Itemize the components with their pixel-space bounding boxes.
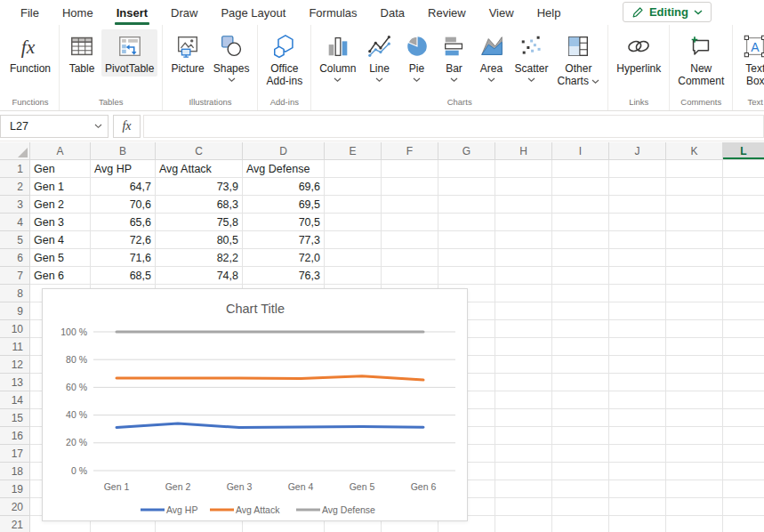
row-header-10[interactable]: 10 <box>0 320 30 338</box>
cell-K5[interactable] <box>666 231 723 249</box>
column-header-I[interactable]: I <box>552 142 609 160</box>
cell-A2[interactable]: Gen 1 <box>30 178 91 196</box>
menu-tab-file[interactable]: File <box>9 0 51 25</box>
row-header-14[interactable]: 14 <box>0 391 30 409</box>
row-header-1[interactable]: 1 <box>0 160 30 178</box>
column-header-B[interactable]: B <box>91 142 156 160</box>
cell-D4[interactable]: 70,5 <box>243 214 325 231</box>
cell-K10[interactable] <box>666 320 723 338</box>
row-header-8[interactable]: 8 <box>0 285 30 302</box>
cell-H6[interactable] <box>495 249 552 267</box>
row-header-5[interactable]: 5 <box>0 231 30 249</box>
row-header-12[interactable]: 12 <box>0 356 30 374</box>
row-header-7[interactable]: 7 <box>0 267 30 285</box>
cell-I11[interactable] <box>552 338 609 356</box>
cell-J2[interactable] <box>609 178 666 196</box>
cell-L4[interactable] <box>723 214 764 231</box>
cell-I18[interactable] <box>552 463 609 480</box>
cell-F3[interactable] <box>382 196 438 214</box>
cell-L11[interactable] <box>723 338 764 356</box>
embedded-chart[interactable]: Chart Title0 %20 %40 %60 %80 %100 %Gen 1… <box>42 288 468 521</box>
cell-H10[interactable] <box>495 320 552 338</box>
row-header-3[interactable]: 3 <box>0 196 30 214</box>
cell-I4[interactable] <box>552 214 609 231</box>
cell-L7[interactable] <box>723 267 764 285</box>
cell-J21[interactable] <box>609 516 666 532</box>
cell-F7[interactable] <box>382 267 438 285</box>
cell-K15[interactable] <box>666 409 723 427</box>
row-header-21[interactable]: 21 <box>0 516 30 532</box>
menu-tab-view[interactable]: View <box>478 0 526 25</box>
cell-H9[interactable] <box>495 302 552 320</box>
row-header-15[interactable]: 15 <box>0 409 30 427</box>
cell-I14[interactable] <box>552 391 609 409</box>
cell-L9[interactable] <box>723 302 764 320</box>
cell-L12[interactable] <box>723 356 764 374</box>
cell-G2[interactable] <box>438 178 495 196</box>
cell-K13[interactable] <box>666 374 723 391</box>
row-header-19[interactable]: 19 <box>0 480 30 498</box>
cell-G1[interactable] <box>438 160 495 178</box>
cell-G5[interactable] <box>438 231 495 249</box>
cell-G6[interactable] <box>438 249 495 267</box>
cell-E1[interactable] <box>325 160 382 178</box>
cell-J11[interactable] <box>609 338 666 356</box>
cell-E4[interactable] <box>325 214 382 231</box>
cell-I12[interactable] <box>552 356 609 374</box>
menu-tab-home[interactable]: Home <box>51 0 105 25</box>
ribbon-button-pie[interactable]: Pie <box>399 29 435 85</box>
cell-K1[interactable] <box>666 160 723 178</box>
cell-H12[interactable] <box>495 356 552 374</box>
cell-C1[interactable]: Avg Attack <box>156 160 243 178</box>
cell-H5[interactable] <box>495 231 552 249</box>
cell-A7[interactable]: Gen 6 <box>30 267 91 285</box>
cell-L3[interactable] <box>723 196 764 214</box>
name-box[interactable]: L27 <box>0 115 109 138</box>
cell-L6[interactable] <box>723 249 764 267</box>
cell-D7[interactable]: 76,3 <box>243 267 325 285</box>
cell-J16[interactable] <box>609 427 666 445</box>
cell-D2[interactable]: 69,6 <box>243 178 325 196</box>
cell-J17[interactable] <box>609 445 666 463</box>
ribbon-button-table[interactable]: Table <box>64 29 100 77</box>
cell-J13[interactable] <box>609 374 666 391</box>
cell-H21[interactable] <box>495 516 552 532</box>
cell-C4[interactable]: 75,8 <box>156 214 243 231</box>
cell-I10[interactable] <box>552 320 609 338</box>
cell-J1[interactable] <box>609 160 666 178</box>
cell-L10[interactable] <box>723 320 764 338</box>
ribbon-button-shapes[interactable]: Shapes <box>210 29 253 85</box>
cell-G7[interactable] <box>438 267 495 285</box>
cell-K20[interactable] <box>666 498 723 516</box>
cell-H1[interactable] <box>495 160 552 178</box>
cell-L5[interactable] <box>723 231 764 249</box>
cell-A6[interactable]: Gen 5 <box>30 249 91 267</box>
cell-L20[interactable] <box>723 498 764 516</box>
cell-J12[interactable] <box>609 356 666 374</box>
cell-F4[interactable] <box>382 214 438 231</box>
editing-mode-button[interactable]: Editing <box>623 2 712 22</box>
cell-I2[interactable] <box>552 178 609 196</box>
menu-tab-help[interactable]: Help <box>526 0 573 25</box>
cell-C3[interactable]: 68,3 <box>156 196 243 214</box>
cell-D5[interactable]: 77,3 <box>243 231 325 249</box>
cell-H8[interactable] <box>495 285 552 302</box>
cell-D6[interactable]: 72,0 <box>243 249 325 267</box>
menu-tab-draw[interactable]: Draw <box>159 0 209 25</box>
cell-H18[interactable] <box>495 463 552 480</box>
cell-C2[interactable]: 73,9 <box>156 178 243 196</box>
cell-H19[interactable] <box>495 480 552 498</box>
cell-J10[interactable] <box>609 320 666 338</box>
cell-F1[interactable] <box>382 160 438 178</box>
cell-L8[interactable] <box>723 285 764 302</box>
cell-L2[interactable] <box>723 178 764 196</box>
cell-I17[interactable] <box>552 445 609 463</box>
row-header-16[interactable]: 16 <box>0 427 30 445</box>
cell-G4[interactable] <box>438 214 495 231</box>
menu-tab-formulas[interactable]: Formulas <box>297 0 368 25</box>
cell-B2[interactable]: 64,7 <box>91 178 156 196</box>
cell-K7[interactable] <box>666 267 723 285</box>
cell-H17[interactable] <box>495 445 552 463</box>
column-header-K[interactable]: K <box>666 142 723 160</box>
cell-K3[interactable] <box>666 196 723 214</box>
